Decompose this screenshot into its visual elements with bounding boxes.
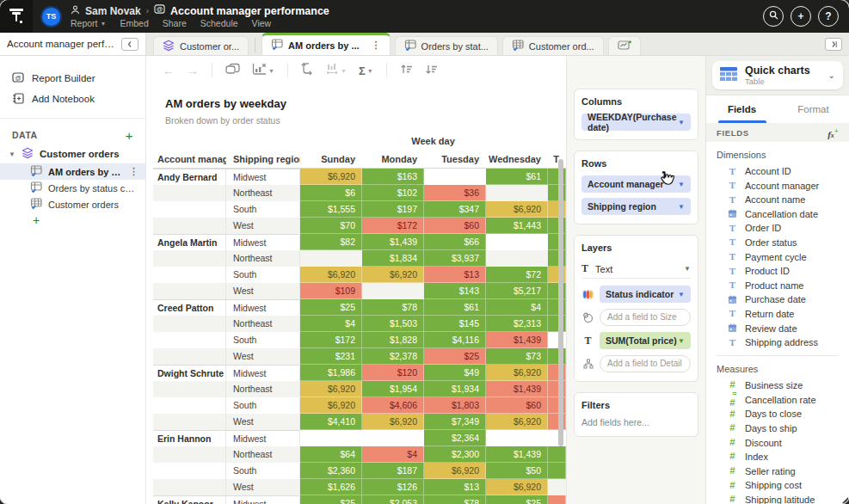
field-purchase-date[interactable]: Purchase date	[727, 294, 839, 304]
pivot-value-cell[interactable]	[548, 479, 566, 495]
pivot-value-cell[interactable]: $1,555	[300, 201, 362, 218]
dataset-tree-root[interactable]: ▼ Customer orders	[0, 144, 145, 163]
pivot-value-cell[interactable]: $61	[424, 299, 486, 316]
pivot-value-cell[interactable]: $1,626	[300, 479, 362, 495]
add-button[interactable]: +	[791, 6, 811, 27]
add-sheet-button[interactable]: +	[0, 212, 145, 226]
chevron-down-icon[interactable]: ▼	[9, 151, 15, 158]
pivot-value-cell[interactable]	[486, 234, 548, 250]
pivot-value-cell[interactable]: $145	[424, 316, 486, 332]
pivot-value-cell[interactable]: $70	[300, 218, 362, 234]
sort-descending-button[interactable]	[419, 63, 444, 78]
pivot-value-cell[interactable]: $4,116	[424, 332, 486, 348]
pivot-value-cell[interactable]: $2,053	[362, 495, 424, 504]
field-cancellation-rate[interactable]: =#Cancellation rate	[727, 395, 839, 405]
pivot-value-cell[interactable]	[548, 446, 566, 463]
pivot-value-cell[interactable]: $2,360	[300, 463, 362, 479]
expand-right-panel-icon[interactable]	[825, 38, 842, 51]
pivot-value-cell[interactable]: $6,920	[300, 267, 362, 283]
layer-type-select[interactable]: T Text ▼	[581, 260, 691, 279]
pivot-value-cell[interactable]: $72	[486, 267, 548, 283]
pivot-value-cell[interactable]: $102	[362, 185, 424, 201]
field-days-to-close[interactable]: #Days to close	[727, 409, 839, 419]
pivot-value-cell[interactable]: $1,503	[362, 316, 424, 332]
pivot-value-cell[interactable]: $6,920	[362, 414, 424, 430]
pivot-value-cell[interactable]	[424, 169, 486, 185]
pivot-value-cell[interactable]: $60	[486, 397, 548, 414]
pivot-value-cell[interactable]	[362, 430, 424, 446]
pivot-header-monday[interactable]: Monday	[362, 148, 424, 169]
pivot-value-cell[interactable]: $2,313	[486, 316, 548, 332]
pivot-value-cell[interactable]: $4,410	[300, 414, 362, 430]
field-index[interactable]: #Index	[727, 452, 839, 462]
field-discount[interactable]: #Discount	[727, 438, 839, 448]
pivot-value-cell[interactable]: $231	[300, 348, 362, 365]
layer-empty-slot[interactable]: Add a field to Detail	[600, 355, 691, 372]
remove-chart-button[interactable]: ▼	[246, 63, 280, 78]
pivot-value-cell[interactable]: $13	[424, 267, 486, 283]
sidebar-item-report-builder[interactable]: @ Report Builder	[0, 68, 145, 89]
field-shipping-latitude[interactable]: #Shipping latitude	[727, 495, 839, 504]
field-order-status[interactable]: TOrder status	[727, 237, 839, 248]
sidebar-sheet-customer-orders[interactable]: Customer orders	[0, 196, 145, 212]
pivot-value-cell[interactable]: $172	[362, 218, 424, 234]
field-review-date[interactable]: Review date	[727, 323, 839, 334]
sidebar-sheet-am-orders-by-weekday[interactable]: AM orders by weekday⋮	[0, 163, 145, 180]
pivot-value-cell[interactable]: $1,934	[424, 381, 486, 397]
pivot-value-cell[interactable]: $2,300	[424, 446, 486, 463]
tab-customer-or-[interactable]: Customer or...	[153, 36, 249, 55]
pivot-value-cell[interactable]: $4	[300, 316, 362, 332]
pivot-value-cell[interactable]: $66	[424, 234, 486, 250]
undo-button[interactable]: ←	[157, 65, 181, 77]
pivot-value-cell[interactable]: $5,217	[486, 283, 548, 299]
layer-pill-status-indicator[interactable]: Status indicator▼	[600, 286, 691, 303]
pivot-value-cell[interactable]	[486, 185, 548, 201]
pivot-value-cell[interactable]: $1,443	[486, 218, 548, 234]
pivot-value-cell[interactable]: $6	[300, 185, 362, 201]
pivot-value-cell[interactable]: $25	[424, 348, 486, 365]
filters-drop-zone[interactable]: Add fields here...	[581, 417, 691, 427]
pivot-value-cell[interactable]: $2,378	[362, 348, 424, 365]
rows-pill-shipping-region[interactable]: Shipping region ▼	[581, 198, 691, 215]
pivot-value-cell[interactable]: $6,920	[362, 267, 424, 283]
pivot-value-cell[interactable]: $347	[424, 201, 486, 218]
pivot-value-cell[interactable]: $60	[424, 218, 486, 234]
menu-item-view[interactable]: View	[252, 18, 272, 28]
pivot-value-cell[interactable]: $1,954	[362, 381, 424, 397]
pivot-value-cell[interactable]: $4	[362, 446, 424, 463]
user-avatar[interactable]: TS	[40, 6, 62, 28]
tab-customer-ord-[interactable]: Customer ord...	[502, 36, 604, 55]
pivot-value-cell[interactable]: $64	[300, 446, 362, 463]
pivot-value-cell[interactable]: $172	[300, 332, 362, 348]
field-cancellation-date[interactable]: Cancellation date	[727, 209, 839, 219]
pivot-value-cell[interactable]: $6,920	[300, 169, 362, 185]
pivot-value-cell[interactable]: $187	[362, 463, 424, 479]
layer-pill-sum-total-price-[interactable]: SUM(Total price)▼	[600, 332, 691, 349]
tab-format[interactable]: Format	[778, 95, 849, 123]
pivot-value-cell[interactable]: $6,920	[300, 397, 362, 414]
new-sheet-button[interactable]	[608, 36, 641, 55]
pivot-value-cell[interactable]: $1,828	[362, 332, 424, 348]
pivot-value-cell[interactable]: $78	[424, 495, 486, 504]
field-account-manager[interactable]: TAccount manager	[727, 181, 839, 191]
pivot-value-cell[interactable]: $1,803	[424, 397, 486, 414]
tab-orders-by-stat-[interactable]: Orders by stat...	[395, 36, 498, 55]
pivot-value-cell[interactable]: $6,920	[486, 365, 548, 381]
pivot-value-cell[interactable]: $6,920	[486, 201, 548, 218]
pivot-value-cell[interactable]: $6,920	[486, 414, 548, 430]
pivot-value-cell[interactable]: $4	[486, 299, 548, 316]
pivot-value-cell[interactable]: $143	[424, 283, 486, 299]
bar-width-button[interactable]: ▼	[320, 63, 353, 78]
pivot-value-cell[interactable]: $50	[486, 463, 548, 479]
pivot-value-cell[interactable]: $25	[486, 495, 548, 504]
sort-ascending-button[interactable]	[394, 63, 419, 78]
aggregate-button[interactable]: Σ ▼	[353, 65, 379, 77]
field-order-id[interactable]: TOrder ID	[727, 223, 839, 233]
transpose-button[interactable]	[295, 63, 320, 78]
layer-empty-slot[interactable]: Add a field to Size	[600, 309, 691, 326]
field-payment-cycle[interactable]: TPayment cycle	[727, 252, 839, 262]
pivot-value-cell[interactable]: $1,439	[486, 446, 548, 463]
pivot-value-cell[interactable]	[548, 495, 566, 504]
pivot-value-cell[interactable]: $6,920	[424, 463, 486, 479]
pivot-value-cell[interactable]: $120	[362, 365, 424, 381]
